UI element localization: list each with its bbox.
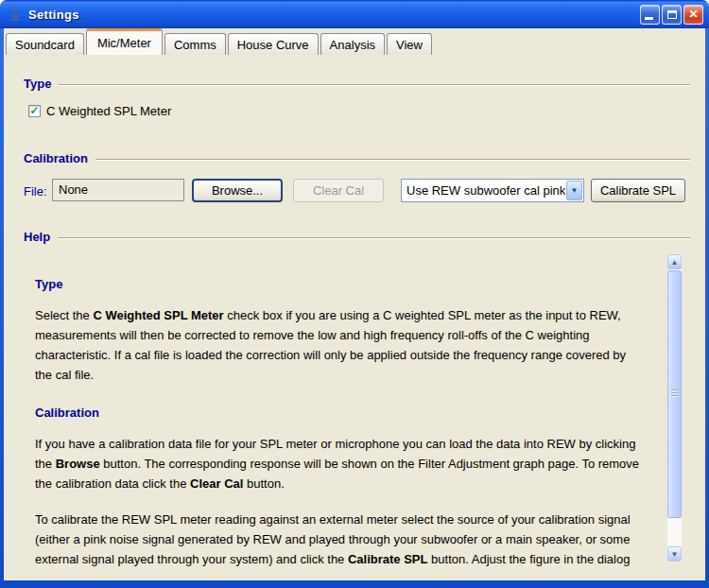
minimize-icon bbox=[645, 17, 653, 20]
checkmark-icon: ✓ bbox=[29, 105, 39, 116]
c-weighted-spl-meter-checkbox[interactable]: ✓ bbox=[28, 105, 41, 117]
window-controls: ✕ bbox=[640, 5, 703, 25]
file-label: File: bbox=[24, 184, 47, 199]
calibration-section-header: Calibration bbox=[24, 151, 690, 165]
help-content: TypeSelect the C Weighted SPL Meter chec… bbox=[11, 249, 666, 568]
tab-mic-meter[interactable]: Mic/Meter bbox=[86, 28, 163, 55]
clear-cal-button[interactable]: Clear Cal bbox=[293, 179, 384, 202]
tab-house-curve[interactable]: House Curve bbox=[228, 33, 319, 55]
cal-signal-selected-option: Use REW subwoofer cal pink noise bbox=[402, 183, 565, 198]
java-coffee-cup-icon bbox=[8, 7, 23, 22]
minimize-button[interactable] bbox=[640, 5, 660, 25]
maximize-button[interactable] bbox=[662, 5, 682, 25]
section-divider-line bbox=[95, 159, 690, 161]
calibration-section-title: Calibration bbox=[24, 151, 88, 165]
maximize-icon bbox=[667, 10, 677, 19]
help-paragraph: Select the C Weighted SPL Meter check bo… bbox=[35, 305, 642, 385]
settings-window: Settings ✕ Soundcard Mic/Meter Comms Hou… bbox=[0, 0, 709, 588]
cal-file-field[interactable]: None bbox=[52, 179, 184, 201]
tab-view[interactable]: View bbox=[387, 33, 432, 55]
section-divider-line bbox=[59, 84, 690, 86]
titlebar: Settings ✕ bbox=[0, 0, 709, 28]
tab-analysis[interactable]: Analysis bbox=[320, 33, 385, 55]
scroll-down-icon[interactable]: ▼ bbox=[667, 546, 682, 562]
chevron-down-icon[interactable]: ▼ bbox=[566, 181, 582, 200]
c-weighted-spl-meter-checkbox-row[interactable]: ✓ C Weighted SPL Meter bbox=[28, 104, 171, 118]
help-section-title: Help bbox=[24, 230, 50, 244]
help-scroll-pane: TypeSelect the C Weighted SPL Meter chec… bbox=[11, 249, 683, 568]
checkbox-label[interactable]: C Weighted SPL Meter bbox=[46, 104, 171, 118]
help-scrollbar[interactable]: ▲ ▼ bbox=[666, 253, 683, 562]
help-heading: Type bbox=[35, 274, 642, 294]
browse-button[interactable]: Browse... bbox=[192, 179, 283, 202]
scrollbar-grip-icon bbox=[671, 389, 678, 398]
help-section-header: Help bbox=[24, 230, 690, 244]
help-heading: Calibration bbox=[35, 403, 642, 423]
scrollbar-thumb[interactable] bbox=[667, 270, 682, 518]
tab-bar: Soundcard Mic/Meter Comms House Curve An… bbox=[4, 28, 705, 55]
cal-signal-dropdown[interactable]: Use REW subwoofer cal pink noise ▼ bbox=[401, 179, 584, 202]
help-paragraph: If you have a calibration data file for … bbox=[35, 434, 642, 493]
dialog-body: Soundcard Mic/Meter Comms House Curve An… bbox=[4, 28, 705, 580]
close-button[interactable]: ✕ bbox=[683, 5, 703, 25]
tab-soundcard[interactable]: Soundcard bbox=[6, 33, 84, 55]
help-paragraph: To calibrate the REW SPL meter reading a… bbox=[35, 510, 642, 568]
section-divider-line bbox=[58, 237, 690, 239]
type-section-header: Type bbox=[24, 77, 690, 91]
tab-comms[interactable]: Comms bbox=[164, 33, 226, 55]
scroll-up-icon[interactable]: ▲ bbox=[667, 254, 682, 269]
type-section-title: Type bbox=[24, 77, 51, 91]
window-title: Settings bbox=[28, 8, 79, 22]
mic-meter-panel: Type ✓ C Weighted SPL Meter Calibration … bbox=[4, 55, 705, 580]
calibrate-spl-button[interactable]: Calibrate SPL bbox=[591, 179, 685, 202]
